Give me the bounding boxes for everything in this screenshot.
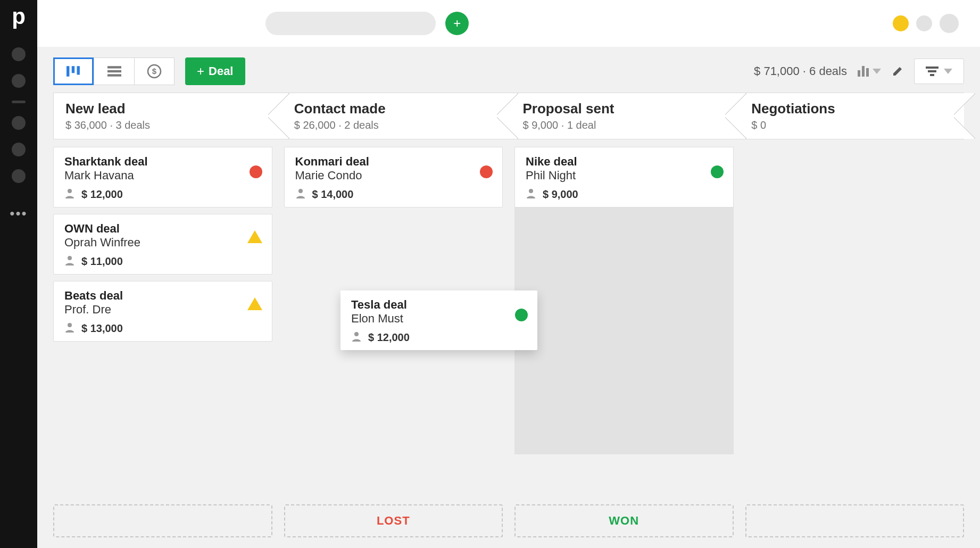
deal-title: OWN deal	[64, 222, 261, 236]
deal-amount: $ 11,000	[81, 255, 123, 268]
list-icon	[107, 66, 121, 77]
status-triangle-yellow	[247, 230, 262, 243]
sidebar-nav-item[interactable]	[12, 116, 26, 130]
filter-button[interactable]	[914, 59, 964, 84]
column-proposal-sent[interactable]: Nike deal Phil Night $ 9,000	[514, 147, 734, 497]
add-deal-button[interactable]: + Deal	[185, 57, 245, 85]
column-new-lead[interactable]: Sharktank deal Mark Havana $ 12,000 OWN …	[53, 147, 272, 497]
sidebar-nav-item[interactable]	[12, 74, 26, 88]
svg-rect-2	[77, 66, 80, 74]
svg-rect-8	[858, 70, 860, 77]
svg-text:$: $	[152, 67, 157, 76]
svg-point-19	[354, 332, 359, 336]
svg-rect-11	[926, 67, 939, 69]
filter-icon	[926, 67, 939, 76]
bar-chart-icon	[858, 66, 869, 77]
svg-rect-3	[107, 66, 121, 68]
status-dot-green	[711, 165, 724, 178]
deal-contact: Mark Havana	[64, 169, 261, 182]
pencil-icon	[892, 65, 903, 77]
deal-contact: Oprah Winfree	[64, 236, 261, 250]
svg-rect-0	[67, 66, 69, 77]
stage-title: Negotiations	[751, 101, 951, 117]
stage-title: New lead	[65, 101, 265, 117]
sidebar: p •••	[0, 0, 37, 548]
topbar-action[interactable]	[916, 15, 932, 31]
stage-subtitle: $ 26,000 · 2 deals	[294, 119, 494, 131]
column-negotiations[interactable]	[745, 147, 965, 497]
app-logo: p	[12, 5, 26, 28]
status-triangle-yellow	[247, 297, 262, 310]
deal-contact: Prof. Dre	[64, 303, 261, 317]
plus-icon: +	[197, 64, 204, 79]
svg-rect-1	[72, 66, 74, 73]
add-deal-label: Deal	[209, 64, 233, 78]
person-icon	[64, 255, 75, 268]
person-icon	[295, 188, 306, 201]
person-icon	[64, 322, 75, 335]
status-dot-red	[250, 165, 262, 178]
topbar: +	[37, 0, 980, 47]
svg-rect-5	[107, 74, 121, 76]
dropzone-move[interactable]	[745, 504, 965, 537]
status-dot-green	[515, 309, 528, 321]
dropzone-delete[interactable]	[53, 504, 272, 537]
stage-header-proposal-sent[interactable]: Proposal sent $ 9,000 · 1 deal	[507, 93, 736, 139]
deal-card[interactable]: OWN deal Oprah Winfree $ 11,000	[53, 214, 272, 275]
deal-card[interactable]: Konmari deal Marie Condo $ 14,000	[284, 147, 503, 207]
sidebar-nav-item[interactable]	[12, 143, 26, 156]
view-forecast-button[interactable]: $	[134, 57, 175, 85]
deal-amount: $ 9,000	[543, 188, 578, 201]
svg-rect-9	[862, 66, 865, 77]
person-icon	[351, 331, 362, 344]
deal-card[interactable]: Nike deal Phil Night $ 9,000	[514, 147, 734, 207]
deal-amount: $ 12,000	[368, 331, 410, 344]
stage-subtitle: $ 9,000 · 1 deal	[523, 119, 723, 131]
summary-chart-button[interactable]	[858, 66, 881, 77]
stage-title: Contact made	[294, 101, 494, 117]
deal-card[interactable]: Sharktank deal Mark Havana $ 12,000	[53, 147, 272, 207]
pipeline-stages-header: New lead $ 36,000 · 3 deals Contact made…	[53, 93, 964, 139]
sidebar-more-icon[interactable]: •••	[10, 205, 27, 222]
person-icon	[526, 188, 536, 201]
chevron-down-icon	[944, 69, 952, 74]
kanban-icon	[67, 66, 80, 77]
deal-card-dragging[interactable]: Tesla deal Elon Must $ 12,000	[340, 290, 537, 350]
edit-pipeline-button[interactable]	[892, 65, 903, 77]
notification-indicator[interactable]	[893, 15, 909, 31]
stage-header-new-lead[interactable]: New lead $ 36,000 · 3 deals	[53, 93, 278, 139]
svg-point-15	[68, 256, 72, 260]
pipeline-totals: $ 71,000 · 6 deals	[754, 64, 847, 78]
deal-title: Sharktank deal	[64, 155, 261, 169]
sidebar-nav-item[interactable]	[12, 169, 26, 183]
avatar[interactable]	[940, 14, 959, 33]
quick-add-button[interactable]: +	[445, 12, 469, 35]
svg-point-16	[68, 323, 72, 327]
deal-title: Beats deal	[64, 289, 261, 303]
deal-contact: Phil Night	[526, 169, 722, 182]
svg-rect-13	[930, 74, 934, 76]
svg-point-14	[68, 189, 72, 193]
deal-amount: $ 14,000	[312, 188, 354, 201]
deal-contact: Marie Condo	[295, 169, 492, 182]
svg-rect-12	[928, 70, 936, 72]
deal-title: Tesla deal	[351, 298, 527, 312]
status-dot-red	[480, 165, 493, 178]
view-kanban-button[interactable]	[53, 57, 94, 85]
deal-card[interactable]: Beats deal Prof. Dre $ 13,000	[53, 281, 272, 342]
stage-title: Proposal sent	[523, 101, 723, 117]
dropzone-lost[interactable]: LOST	[284, 504, 503, 537]
sidebar-nav-item[interactable]	[12, 101, 26, 103]
svg-point-17	[298, 189, 303, 193]
dropzone-won[interactable]: WON	[514, 504, 734, 537]
person-icon	[64, 188, 75, 201]
deal-amount: $ 13,000	[81, 322, 123, 335]
sidebar-nav-item[interactable]	[12, 47, 26, 61]
stage-header-negotiations[interactable]: Negotiations $ 0	[735, 93, 964, 139]
search-input[interactable]	[265, 12, 436, 35]
view-list-button[interactable]	[94, 57, 134, 85]
stage-header-contact-made[interactable]: Contact made $ 26,000 · 2 deals	[278, 93, 507, 139]
dollar-circle-icon: $	[147, 64, 162, 79]
chevron-down-icon	[873, 69, 881, 74]
svg-rect-10	[866, 68, 869, 77]
